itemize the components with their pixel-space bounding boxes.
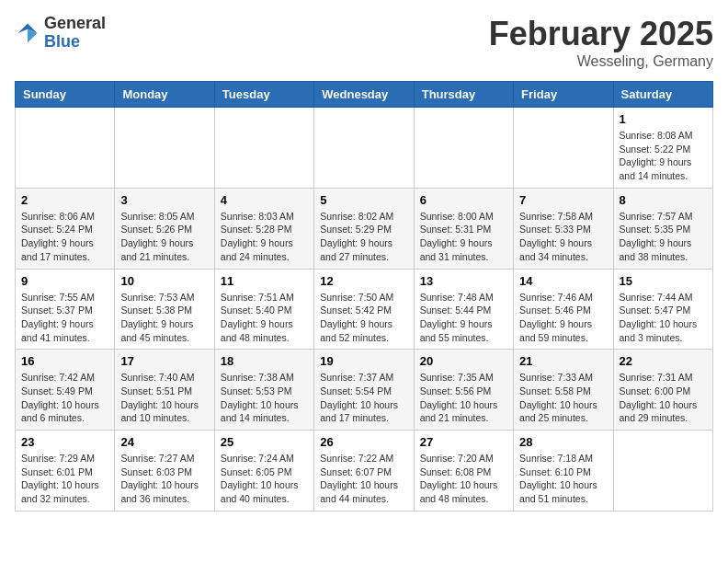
cell-content: Sunrise: 8:03 AM Sunset: 5:28 PM Dayligh… <box>221 210 308 264</box>
cell-content: Sunrise: 7:46 AM Sunset: 5:46 PM Dayligh… <box>519 291 607 345</box>
calendar-cell: 24Sunrise: 7:27 AM Sunset: 6:03 PM Dayli… <box>115 431 214 511</box>
weekday-header: Wednesday <box>314 82 414 108</box>
cell-content: Sunrise: 7:44 AM Sunset: 5:47 PM Dayligh… <box>620 291 707 345</box>
day-number: 21 <box>519 354 607 368</box>
logo: General Blue <box>15 15 106 52</box>
calendar-cell: 2Sunrise: 8:06 AM Sunset: 5:24 PM Daylig… <box>16 188 115 269</box>
cell-content: Sunrise: 7:48 AM Sunset: 5:44 PM Dayligh… <box>420 291 507 345</box>
weekday-header: Sunday <box>16 82 115 108</box>
cell-content: Sunrise: 7:53 AM Sunset: 5:38 PM Dayligh… <box>120 291 208 345</box>
cell-content: Sunrise: 7:20 AM Sunset: 6:08 PM Dayligh… <box>420 452 507 506</box>
day-number: 10 <box>120 274 208 288</box>
cell-content: Sunrise: 8:05 AM Sunset: 5:26 PM Dayligh… <box>120 210 208 264</box>
weekday-header: Friday <box>514 82 613 108</box>
calendar-cell: 14Sunrise: 7:46 AM Sunset: 5:46 PM Dayli… <box>514 269 613 350</box>
calendar-cell: 4Sunrise: 8:03 AM Sunset: 5:28 PM Daylig… <box>214 188 313 269</box>
cell-content: Sunrise: 7:40 AM Sunset: 5:51 PM Dayligh… <box>120 371 208 425</box>
cell-content: Sunrise: 7:50 AM Sunset: 5:42 PM Dayligh… <box>320 291 407 345</box>
header: General Blue February 2025 Wesseling, Ge… <box>15 15 713 70</box>
week-row: 2Sunrise: 8:06 AM Sunset: 5:24 PM Daylig… <box>16 188 713 269</box>
day-number: 11 <box>221 274 308 288</box>
calendar-cell: 21Sunrise: 7:33 AM Sunset: 5:58 PM Dayli… <box>514 350 613 431</box>
day-number: 9 <box>21 274 108 288</box>
calendar-cell: 17Sunrise: 7:40 AM Sunset: 5:51 PM Dayli… <box>115 350 214 431</box>
calendar-cell: 26Sunrise: 7:22 AM Sunset: 6:07 PM Dayli… <box>314 431 414 511</box>
cell-content: Sunrise: 7:55 AM Sunset: 5:37 PM Dayligh… <box>21 291 108 345</box>
cell-content: Sunrise: 7:27 AM Sunset: 6:03 PM Dayligh… <box>120 452 208 506</box>
day-number: 5 <box>320 193 407 207</box>
calendar-cell: 8Sunrise: 7:57 AM Sunset: 5:35 PM Daylig… <box>613 188 712 269</box>
calendar-cell: 27Sunrise: 7:20 AM Sunset: 6:08 PM Dayli… <box>414 431 513 511</box>
day-number: 8 <box>620 193 707 207</box>
logo-text: General Blue <box>44 15 106 52</box>
cell-content: Sunrise: 7:58 AM Sunset: 5:33 PM Dayligh… <box>519 210 607 264</box>
week-row: 1Sunrise: 8:08 AM Sunset: 5:22 PM Daylig… <box>16 108 713 189</box>
calendar-cell <box>314 108 414 189</box>
weekday-header: Thursday <box>414 82 513 108</box>
logo-blue: Blue <box>44 32 80 51</box>
calendar-cell <box>613 431 712 511</box>
calendar-cell: 28Sunrise: 7:18 AM Sunset: 6:10 PM Dayli… <box>514 431 613 511</box>
cell-content: Sunrise: 7:51 AM Sunset: 5:40 PM Dayligh… <box>221 291 308 345</box>
day-number: 6 <box>420 193 507 207</box>
cell-content: Sunrise: 7:22 AM Sunset: 6:07 PM Dayligh… <box>320 452 407 506</box>
cell-content: Sunrise: 7:37 AM Sunset: 5:54 PM Dayligh… <box>320 371 407 425</box>
cell-content: Sunrise: 8:02 AM Sunset: 5:29 PM Dayligh… <box>320 210 407 264</box>
day-number: 14 <box>519 274 607 288</box>
cell-content: Sunrise: 7:18 AM Sunset: 6:10 PM Dayligh… <box>519 452 607 506</box>
week-row: 16Sunrise: 7:42 AM Sunset: 5:49 PM Dayli… <box>16 350 713 431</box>
calendar-cell: 3Sunrise: 8:05 AM Sunset: 5:26 PM Daylig… <box>115 188 214 269</box>
calendar-cell: 22Sunrise: 7:31 AM Sunset: 6:00 PM Dayli… <box>613 350 712 431</box>
day-number: 4 <box>221 193 308 207</box>
cell-content: Sunrise: 7:42 AM Sunset: 5:49 PM Dayligh… <box>21 371 108 425</box>
cell-content: Sunrise: 7:29 AM Sunset: 6:01 PM Dayligh… <box>21 452 108 506</box>
calendar-cell: 19Sunrise: 7:37 AM Sunset: 5:54 PM Dayli… <box>314 350 414 431</box>
day-number: 18 <box>221 354 308 368</box>
calendar-cell: 9Sunrise: 7:55 AM Sunset: 5:37 PM Daylig… <box>16 269 115 350</box>
cell-content: Sunrise: 7:24 AM Sunset: 6:05 PM Dayligh… <box>221 452 308 506</box>
day-number: 27 <box>420 435 507 449</box>
calendar-cell: 15Sunrise: 7:44 AM Sunset: 5:47 PM Dayli… <box>613 269 712 350</box>
day-number: 3 <box>120 193 208 207</box>
logo-icon <box>15 20 40 46</box>
week-row: 23Sunrise: 7:29 AM Sunset: 6:01 PM Dayli… <box>16 431 713 511</box>
calendar-cell: 7Sunrise: 7:58 AM Sunset: 5:33 PM Daylig… <box>514 188 613 269</box>
day-number: 25 <box>221 435 308 449</box>
calendar-cell <box>16 108 115 189</box>
calendar-cell: 6Sunrise: 8:00 AM Sunset: 5:31 PM Daylig… <box>414 188 513 269</box>
calendar-cell <box>414 108 513 189</box>
calendar-cell <box>214 108 313 189</box>
weekday-header-row: SundayMondayTuesdayWednesdayThursdayFrid… <box>16 82 713 108</box>
cell-content: Sunrise: 8:06 AM Sunset: 5:24 PM Dayligh… <box>21 210 108 264</box>
calendar-cell: 5Sunrise: 8:02 AM Sunset: 5:29 PM Daylig… <box>314 188 414 269</box>
calendar-cell: 23Sunrise: 7:29 AM Sunset: 6:01 PM Dayli… <box>16 431 115 511</box>
calendar-cell: 11Sunrise: 7:51 AM Sunset: 5:40 PM Dayli… <box>214 269 313 350</box>
day-number: 26 <box>320 435 407 449</box>
calendar-cell: 1Sunrise: 8:08 AM Sunset: 5:22 PM Daylig… <box>613 108 712 189</box>
day-number: 20 <box>420 354 507 368</box>
title-area: February 2025 Wesseling, Germany <box>489 15 713 70</box>
calendar-cell: 13Sunrise: 7:48 AM Sunset: 5:44 PM Dayli… <box>414 269 513 350</box>
calendar-cell <box>115 108 214 189</box>
day-number: 13 <box>420 274 507 288</box>
weekday-header: Saturday <box>613 82 712 108</box>
calendar-cell: 20Sunrise: 7:35 AM Sunset: 5:56 PM Dayli… <box>414 350 513 431</box>
calendar-cell: 18Sunrise: 7:38 AM Sunset: 5:53 PM Dayli… <box>214 350 313 431</box>
cell-content: Sunrise: 8:00 AM Sunset: 5:31 PM Dayligh… <box>420 210 507 264</box>
weekday-header: Monday <box>115 82 214 108</box>
day-number: 19 <box>320 354 407 368</box>
day-number: 12 <box>320 274 407 288</box>
calendar-cell: 12Sunrise: 7:50 AM Sunset: 5:42 PM Dayli… <box>314 269 414 350</box>
calendar-cell: 25Sunrise: 7:24 AM Sunset: 6:05 PM Dayli… <box>214 431 313 511</box>
cell-content: Sunrise: 8:08 AM Sunset: 5:22 PM Dayligh… <box>620 129 707 183</box>
cell-content: Sunrise: 7:57 AM Sunset: 5:35 PM Dayligh… <box>620 210 707 264</box>
day-number: 16 <box>21 354 108 368</box>
day-number: 28 <box>519 435 607 449</box>
day-number: 15 <box>620 274 707 288</box>
day-number: 17 <box>120 354 208 368</box>
cell-content: Sunrise: 7:35 AM Sunset: 5:56 PM Dayligh… <box>420 371 507 425</box>
day-number: 24 <box>120 435 208 449</box>
calendar-cell: 10Sunrise: 7:53 AM Sunset: 5:38 PM Dayli… <box>115 269 214 350</box>
week-row: 9Sunrise: 7:55 AM Sunset: 5:37 PM Daylig… <box>16 269 713 350</box>
day-number: 22 <box>620 354 707 368</box>
